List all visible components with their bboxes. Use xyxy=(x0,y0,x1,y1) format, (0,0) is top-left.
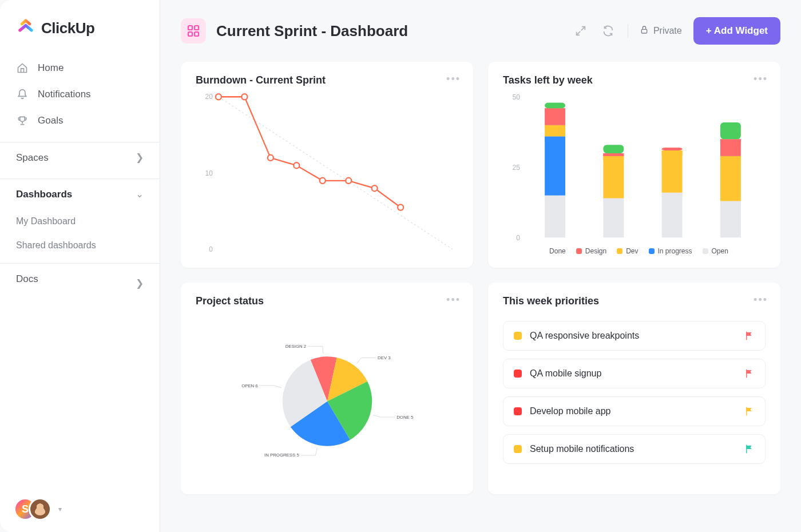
flag-icon xyxy=(744,406,755,416)
trophy-icon xyxy=(16,114,29,127)
svg-rect-30 xyxy=(603,198,624,204)
burndown-chart: 01020 xyxy=(196,91,458,255)
sidebar-item-label: Goals xyxy=(38,115,63,126)
priority-row[interactable]: Develop mobile app xyxy=(503,396,766,426)
dashboard-icon xyxy=(181,18,206,43)
sidebar-footer: S ▾ xyxy=(0,486,160,532)
widget-menu-icon[interactable]: ••• xyxy=(446,73,461,85)
svg-rect-32 xyxy=(603,156,624,161)
svg-rect-0 xyxy=(188,26,192,30)
svg-text:50: 50 xyxy=(513,93,520,101)
sidebar-item-home[interactable]: Home xyxy=(0,55,160,81)
svg-rect-36 xyxy=(662,193,683,238)
priority-row[interactable]: QA mobile signup xyxy=(503,359,766,388)
svg-rect-27 xyxy=(545,108,565,113)
status-square-icon xyxy=(514,332,522,340)
sidebar-section-docs[interactable]: Docs ❯ xyxy=(0,264,160,294)
chevron-down-icon: ⌄ xyxy=(136,188,144,200)
sidebar-item-notifications[interactable]: Notifications xyxy=(0,81,160,108)
widget-title: This week priorities xyxy=(503,295,766,307)
tasks-legend: Done Design Dev In progress Open xyxy=(503,247,766,255)
status-square-icon xyxy=(514,370,522,378)
logo-mark-icon xyxy=(16,17,35,39)
tasks-left-chart: 02550 xyxy=(503,91,766,244)
svg-rect-20 xyxy=(545,196,565,238)
svg-rect-31 xyxy=(603,156,624,198)
topbar: Current Sprint - Dashboard Private + Add… xyxy=(160,0,801,56)
page-title: Current Sprint - Dashboard xyxy=(216,22,408,40)
expand-icon[interactable] xyxy=(573,23,589,39)
svg-rect-29 xyxy=(603,198,624,238)
flag-icon xyxy=(744,368,755,379)
svg-rect-4 xyxy=(641,29,647,33)
sidebar-item-shared-dashboards[interactable]: Shared dashboards xyxy=(0,233,160,257)
project-status-chart: DESIGN 2DEV 3DONE 5IN PROGRESS 5OPEN 6 xyxy=(196,312,458,483)
svg-rect-21 xyxy=(545,196,565,201)
svg-rect-22 xyxy=(545,136,565,195)
priority-label: QA responsive breakpoints xyxy=(530,331,736,341)
avatar-stack[interactable]: S xyxy=(14,498,54,521)
sidebar-section-spaces[interactable]: Spaces ❯ xyxy=(0,142,160,173)
svg-point-14 xyxy=(346,178,351,184)
svg-point-13 xyxy=(320,178,326,184)
svg-point-15 xyxy=(372,185,378,191)
section-label: Spaces xyxy=(16,152,49,164)
flag-icon xyxy=(744,444,755,454)
main: Current Sprint - Dashboard Private + Add… xyxy=(160,0,801,532)
svg-rect-41 xyxy=(720,201,741,237)
legend-dev: Dev xyxy=(617,247,638,255)
section-label: Dashboards xyxy=(16,189,72,200)
sidebar-section-dashboards[interactable]: Dashboards ⌄ xyxy=(0,179,160,209)
svg-rect-35 xyxy=(603,145,624,153)
legend-done: Done xyxy=(540,247,566,255)
svg-point-11 xyxy=(268,155,273,161)
sidebar: ClickUp Home Notifications Goals Spaces … xyxy=(0,0,160,532)
widget-title: Project status xyxy=(196,295,458,307)
widget-project-status: Project status ••• DESIGN 2DEV 3DONE 5IN… xyxy=(181,283,473,494)
caret-down-icon[interactable]: ▾ xyxy=(58,505,62,513)
svg-rect-42 xyxy=(720,201,741,206)
svg-point-12 xyxy=(294,162,299,168)
svg-text:25: 25 xyxy=(513,163,520,171)
widget-menu-icon[interactable]: ••• xyxy=(754,294,768,306)
widget-priorities: This week priorities ••• QA responsive b… xyxy=(488,283,780,494)
add-widget-button[interactable]: + Add Widget xyxy=(693,17,780,45)
svg-rect-38 xyxy=(662,150,683,193)
lock-icon xyxy=(640,25,649,37)
svg-text:OPEN 6: OPEN 6 xyxy=(241,383,258,388)
legend-open: Open xyxy=(703,247,728,255)
widget-menu-icon[interactable]: ••• xyxy=(446,294,461,306)
svg-text:DONE 5: DONE 5 xyxy=(396,415,413,420)
priority-label: QA mobile signup xyxy=(530,368,736,379)
sidebar-item-my-dashboard[interactable]: My Dashboard xyxy=(0,209,160,233)
svg-text:IN PROGRESS 5: IN PROGRESS 5 xyxy=(264,452,299,458)
svg-rect-23 xyxy=(545,136,565,141)
privacy-toggle[interactable]: Private xyxy=(640,25,682,37)
priority-label: Setup mobile notifications xyxy=(530,444,736,454)
svg-text:10: 10 xyxy=(205,169,213,177)
priorities-list: QA responsive breakpoints QA mobile sign… xyxy=(503,321,766,464)
svg-rect-43 xyxy=(720,156,741,201)
sidebar-item-label: Home xyxy=(38,62,64,74)
nav-primary: Home Notifications Goals xyxy=(0,53,160,136)
priority-row[interactable]: Setup mobile notifications xyxy=(503,434,766,464)
topbar-actions: Private + Add Widget xyxy=(573,17,780,45)
svg-rect-1 xyxy=(195,26,199,30)
logo[interactable]: ClickUp xyxy=(0,0,160,53)
svg-text:0: 0 xyxy=(516,233,520,241)
widget-menu-icon[interactable]: ••• xyxy=(754,73,768,85)
app-root: ClickUp Home Notifications Goals Spaces … xyxy=(0,0,801,532)
svg-text:0: 0 xyxy=(209,245,213,253)
svg-point-9 xyxy=(216,94,221,100)
svg-rect-28 xyxy=(545,103,565,109)
widget-tasks-left: Tasks left by week ••• 02550 Done Design… xyxy=(488,62,780,268)
legend-in-progress: In progress xyxy=(649,247,692,255)
refresh-icon[interactable] xyxy=(600,23,616,39)
svg-rect-2 xyxy=(188,32,192,36)
privacy-label: Private xyxy=(653,26,682,36)
priority-row[interactable]: QA responsive breakpoints xyxy=(503,321,766,351)
svg-rect-47 xyxy=(720,122,741,139)
sidebar-item-goals[interactable]: Goals xyxy=(0,108,160,134)
svg-text:DESIGN 2: DESIGN 2 xyxy=(285,344,306,349)
flag-icon xyxy=(744,331,755,341)
